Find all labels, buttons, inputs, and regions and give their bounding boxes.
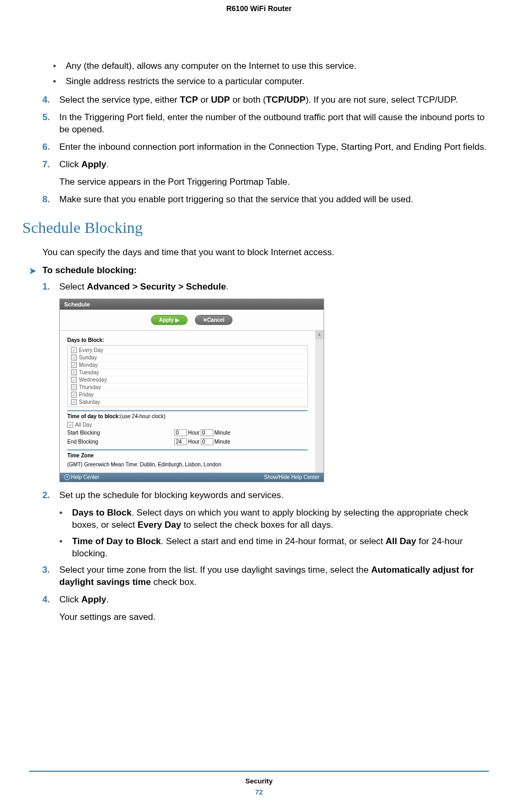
apply-button[interactable]: Apply ▶ <box>151 315 187 325</box>
procedure-heading-text: To schedule blocking: <box>42 265 137 276</box>
end-hour-input[interactable]: 24 <box>174 438 187 445</box>
step-number: 8. <box>42 194 52 206</box>
procedure-heading: ➤ To schedule blocking: <box>29 265 489 276</box>
timezone-value[interactable]: (GMT) Greenwich Mean Time: Dublin, Edinb… <box>67 461 308 468</box>
step-number: 4. <box>42 594 52 606</box>
divider <box>67 449 308 450</box>
top-bullet-list: • Any (the default), allows any computer… <box>29 60 489 88</box>
days-checklist: ✓Every Day ✓Sunday ✓Monday ✓Tuesday ✓Wed… <box>67 345 308 407</box>
sub-bullet-item: • Time of Day to Block. Select a start a… <box>59 536 489 560</box>
timezone-label: Time Zone <box>67 453 308 458</box>
show-hide-help-link[interactable]: Show/Hide Help Center <box>264 474 320 480</box>
intro-paragraph: You can specify the days and time that y… <box>29 247 489 258</box>
end-blocking-row: End Blocking 24 Hour 0 Minute <box>67 437 308 446</box>
step-text: Select Advanced > Security > Schedule. <box>59 281 489 293</box>
day-row[interactable]: ✓Saturday <box>69 399 306 405</box>
bullet-item: • Any (the default), allows any computer… <box>53 60 489 73</box>
start-blocking-row: Start Blocking 0 Hour 0 Minute <box>67 428 308 437</box>
checkbox-icon[interactable]: ✓ <box>71 362 77 368</box>
step-7-followup: The service appears in the Port Triggeri… <box>29 176 489 188</box>
arrow-icon: ➤ <box>29 266 36 276</box>
step-4: 4. Select the service type, either TCP o… <box>29 94 489 106</box>
step-number: 4. <box>42 94 52 106</box>
day-row[interactable]: ✓Monday <box>69 362 306 369</box>
step-8: 8. Make sure that you enable port trigge… <box>29 194 489 206</box>
all-day-row[interactable]: ✓All Day <box>67 421 308 428</box>
step-5: 5. In the Triggering Port field, enter t… <box>29 112 489 136</box>
help-center-link[interactable]: ? Help Center <box>64 474 99 480</box>
sub-bullet-item: • Days to Block. Select days on which yo… <box>59 507 489 531</box>
step-text: Set up the schedule for blocking keyword… <box>59 490 489 502</box>
checkbox-icon[interactable]: ✓ <box>71 392 77 398</box>
days-to-block-label: Days to Block: <box>67 337 308 343</box>
step-text: Click Apply. <box>59 159 489 171</box>
footer-page-number: 72 <box>29 788 489 796</box>
step-b2: 2. Set up the schedule for blocking keyw… <box>29 490 489 502</box>
start-label: Start Blocking <box>67 430 173 436</box>
help-icon: ? <box>64 474 70 480</box>
page-footer: Security 72 <box>29 771 489 796</box>
bullet-text: Time of Day to Block. Select a start and… <box>72 536 489 560</box>
page-header: R6100 WiFi Router <box>0 0 518 13</box>
bullet-text: Days to Block. Select days on which you … <box>72 507 489 531</box>
main-content: • Any (the default), allows any computer… <box>0 13 518 624</box>
schedule-screenshot: Schedule Apply ▶ ✕Cancel ∧ Days to Block… <box>59 299 324 482</box>
cancel-button[interactable]: ✕Cancel <box>195 315 233 325</box>
step-b1: 1. Select Advanced > Security > Schedule… <box>29 281 489 293</box>
screenshot-container: Schedule Apply ▶ ✕Cancel ∧ Days to Block… <box>29 299 489 482</box>
screenshot-scroll-region: ∧ Days to Block: ✓Every Day ✓Sunday ✓Mon… <box>60 331 324 473</box>
step-6: 6. Enter the inbound connection port inf… <box>29 141 489 154</box>
step-number: 6. <box>42 141 52 154</box>
checkbox-icon[interactable]: ✓ <box>71 347 77 353</box>
day-row[interactable]: ✓Tuesday <box>69 369 306 376</box>
step-text: In the Triggering Port field, enter the … <box>59 112 489 136</box>
bullet-marker: • <box>53 76 56 88</box>
step-text: Make sure that you enable port triggerin… <box>59 194 489 206</box>
bullet-text: Single address restricts the service to … <box>66 76 305 88</box>
step-number: 2. <box>42 490 52 502</box>
step-number: 3. <box>42 564 52 589</box>
step-number: 7. <box>42 159 52 171</box>
step-b4-followup: Your settings are saved. <box>29 611 489 624</box>
step-number: 5. <box>42 112 52 136</box>
sub-bullet-list: • Days to Block. Select days on which yo… <box>29 507 489 560</box>
step-text: Select the service type, either TCP or U… <box>59 94 489 106</box>
step-b4: 4. Click Apply. <box>29 594 489 606</box>
bullet-marker: • <box>53 60 56 73</box>
end-min-input[interactable]: 0 <box>201 438 213 445</box>
checkbox-icon[interactable]: ✓ <box>71 369 77 375</box>
footer-category: Security <box>29 777 489 785</box>
start-min-input[interactable]: 0 <box>201 429 213 436</box>
divider <box>67 410 308 411</box>
end-label: End Blocking <box>67 439 173 445</box>
step-7: 7. Click Apply. <box>29 159 489 171</box>
day-row[interactable]: ✓Thursday <box>69 384 306 391</box>
section-heading: Schedule Blocking <box>22 219 489 237</box>
screenshot-titlebar: Schedule <box>60 299 324 310</box>
screenshot-buttons: Apply ▶ ✕Cancel <box>60 310 324 331</box>
checkbox-icon[interactable]: ✓ <box>67 422 73 428</box>
day-row[interactable]: ✓Friday <box>69 391 306 399</box>
step-text: Select your time zone from the list. If … <box>59 564 489 589</box>
scroll-up-icon[interactable]: ∧ <box>315 331 324 339</box>
day-row[interactable]: ✓Wednesday <box>69 376 306 384</box>
checkbox-icon[interactable]: ✓ <box>71 377 77 383</box>
bullet-item: • Single address restricts the service t… <box>53 76 489 88</box>
day-row[interactable]: ✓Sunday <box>69 354 306 362</box>
bullet-marker: • <box>59 536 62 560</box>
checkbox-icon[interactable]: ✓ <box>71 399 77 405</box>
step-text: Click Apply. <box>59 594 489 606</box>
screenshot-body: Apply ▶ ✕Cancel ∧ Days to Block: ✓Every … <box>60 310 324 482</box>
checkbox-icon[interactable]: ✓ <box>71 355 77 360</box>
bullet-text: Any (the default), allows any computer o… <box>66 60 356 73</box>
checkbox-icon[interactable]: ✓ <box>71 384 77 390</box>
time-of-day-label: Time of day to block:(use 24-hour clock) <box>67 413 308 419</box>
screenshot-footer: ? Help Center Show/Hide Help Center <box>60 473 324 482</box>
day-row-every[interactable]: ✓Every Day <box>69 347 306 354</box>
step-b3: 3. Select your time zone from the list. … <box>29 564 489 589</box>
start-hour-input[interactable]: 0 <box>174 429 187 436</box>
step-text: Enter the inbound connection port inform… <box>59 141 489 154</box>
step-number: 1. <box>42 281 52 293</box>
bullet-marker: • <box>59 507 62 531</box>
